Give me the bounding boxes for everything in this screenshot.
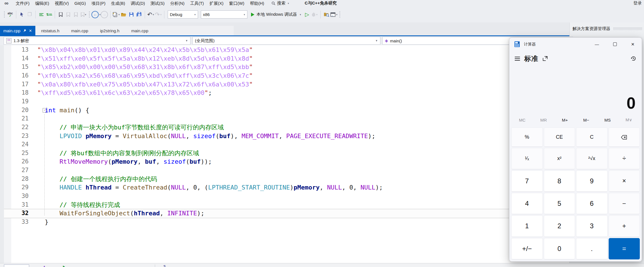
menu-item-1[interactable]: 编辑(E) bbox=[32, 0, 52, 6]
hamburger-menu-icon[interactable] bbox=[515, 56, 520, 62]
memory-add-button[interactable]: M+ bbox=[554, 118, 576, 122]
start-debugging-button[interactable]: 本地 Windows 调试器 ▾ bbox=[251, 12, 301, 17]
digit-2-key[interactable]: 2 bbox=[544, 215, 575, 237]
code-line-13: 13"\x8b\x04\x8b\x01\xd0\x89\x44\x24\x24\… bbox=[0, 45, 569, 54]
undo-button[interactable]: ↶▾ bbox=[147, 10, 155, 19]
reciprocal-key[interactable]: ¹⁄ₓ bbox=[511, 148, 543, 169]
menu-item-10[interactable]: 扩展(X) bbox=[207, 0, 226, 6]
menu-item-0[interactable]: 文件(F) bbox=[13, 0, 32, 6]
find-in-files-button[interactable] bbox=[323, 10, 330, 19]
window-layout-button[interactable]: ⌂ ▾ bbox=[330, 10, 338, 19]
scope-dropdown[interactable]: (全局范围) ▼ bbox=[192, 37, 380, 45]
spell-check-button[interactable]: abc✓ bbox=[6, 10, 14, 19]
tab-label: main.cpp bbox=[71, 28, 88, 33]
digit-5-key[interactable]: 5 bbox=[544, 193, 575, 214]
close-tab-icon[interactable]: ✕ bbox=[29, 29, 32, 33]
subtract-key[interactable]: − bbox=[609, 193, 640, 214]
navigate-backward-button[interactable]: ←▾ bbox=[91, 10, 101, 19]
panel-drag-handle[interactable] bbox=[613, 27, 642, 30]
history-icon[interactable] bbox=[631, 56, 636, 61]
sort-lines-button[interactable]: ⇅ bbox=[45, 10, 53, 19]
bottom-panel-dropdown[interactable] bbox=[4, 264, 29, 267]
tab-main.cpp-4[interactable]: main.cpp bbox=[125, 26, 154, 35]
display-value: 0 bbox=[627, 95, 636, 111]
digit-9-key[interactable]: 9 bbox=[576, 170, 608, 192]
copy-reference-button[interactable]: ❐ bbox=[26, 10, 33, 19]
multiply-key[interactable]: × bbox=[609, 170, 640, 192]
solution-explorer-title: 解决方案资源管理器 bbox=[572, 26, 610, 31]
toolbar-grip[interactable] bbox=[89, 11, 90, 18]
toolbar-overflow-grip[interactable] bbox=[339, 11, 341, 18]
memory-subtract-button[interactable]: M− bbox=[576, 118, 597, 122]
menu-item-3[interactable]: Git(G) bbox=[72, 0, 89, 6]
calculator-titlebar[interactable]: 计算器 — ✕ bbox=[509, 38, 642, 51]
menu-item-7[interactable]: 测试(S) bbox=[148, 0, 167, 6]
digit-1-key[interactable]: 1 bbox=[511, 215, 543, 237]
tab-main.cpp-0[interactable]: main.cpp✕ bbox=[0, 26, 35, 35]
tab-ntstatus.h-1[interactable]: ntstatus.h bbox=[35, 26, 65, 35]
decimal-key[interactable]: . bbox=[576, 238, 608, 259]
tab-ip2string.h-3[interactable]: ip2string.h bbox=[94, 26, 125, 35]
square-key[interactable]: x² bbox=[544, 148, 575, 169]
save-all-button[interactable] bbox=[135, 10, 143, 19]
digit-3-key[interactable]: 3 bbox=[576, 215, 608, 237]
clear-bookmarks-button[interactable]: ▾ bbox=[80, 10, 87, 19]
search-box[interactable]: 搜索 ▾ bbox=[272, 1, 289, 6]
code-editor[interactable]: 13"\x8b\x04\x8b\x01\xd0\x89\x44\x24\x24\… bbox=[0, 45, 569, 263]
menu-item-6[interactable]: 调试(D) bbox=[128, 0, 148, 6]
project-dropdown[interactable]: ⁺⁺ 1.3-解密 ▼ bbox=[4, 37, 190, 45]
digit-7-key[interactable]: 7 bbox=[511, 170, 543, 192]
navigate-forward-button[interactable]: → bbox=[101, 10, 108, 19]
digit-6-key[interactable]: 6 bbox=[576, 193, 608, 214]
backspace-key[interactable] bbox=[609, 127, 640, 147]
add-key[interactable]: + bbox=[609, 215, 640, 237]
start-without-debugging-button[interactable]: ▷ bbox=[303, 10, 311, 19]
toolbar-grip[interactable] bbox=[4, 11, 5, 18]
toggle-bookmark-button[interactable] bbox=[57, 10, 65, 19]
redo-button[interactable]: ↷▾ bbox=[155, 10, 162, 19]
new-project-button[interactable]: ✶ ▾ bbox=[112, 10, 120, 19]
bottom-panel-icon[interactable]: ⇅ bbox=[163, 264, 166, 267]
tab-main.cpp-2[interactable]: main.cpp bbox=[65, 26, 94, 35]
line-list-button[interactable] bbox=[38, 10, 45, 19]
code-line-25: 25// 将buf数组中的内容复制到刚刚分配的内存区域 bbox=[0, 149, 569, 158]
save-button[interactable] bbox=[128, 10, 135, 19]
bottom-panel-icon[interactable]: ▲ bbox=[43, 264, 46, 267]
close-button[interactable]: ✕ bbox=[624, 38, 642, 51]
code-line-20: 20int main() { bbox=[0, 106, 569, 115]
menu-item-2[interactable]: 视图(V) bbox=[52, 0, 72, 6]
maximize-button[interactable] bbox=[606, 38, 624, 51]
hot-reload-button[interactable]: ▾ bbox=[311, 10, 318, 19]
digit-8-key[interactable]: 8 bbox=[544, 170, 575, 192]
negate-key[interactable]: +/− bbox=[511, 238, 543, 259]
memory-store-button[interactable]: MS bbox=[597, 118, 618, 122]
clear-key[interactable]: C bbox=[576, 127, 608, 147]
divide-key[interactable]: ÷ bbox=[609, 148, 640, 169]
menu-item-12[interactable]: 帮助(H) bbox=[247, 0, 267, 6]
equals-key[interactable]: = bbox=[609, 238, 640, 259]
menu-item-8[interactable]: 分析(N) bbox=[167, 0, 187, 6]
sign-in-link[interactable]: 登录 bbox=[633, 1, 642, 6]
menu-item-5[interactable]: 生成(B) bbox=[108, 0, 128, 6]
square-root-key[interactable]: ²√x bbox=[576, 148, 608, 169]
digit-4-key[interactable]: 4 bbox=[511, 193, 543, 214]
menu-item-11[interactable]: 窗口(W) bbox=[226, 0, 247, 6]
next-bookmark-button[interactable] bbox=[72, 10, 80, 19]
previous-bookmark-button[interactable] bbox=[65, 10, 72, 19]
line-number: 23 bbox=[11, 132, 29, 140]
bottom-panel-icon[interactable]: ► bbox=[62, 264, 66, 267]
navigate-pointer-button[interactable] bbox=[18, 10, 26, 19]
percent-key[interactable]: % bbox=[511, 127, 543, 147]
digit-0-key[interactable]: 0 bbox=[544, 238, 575, 259]
solution-platform-dropdown[interactable]: x86▾ bbox=[201, 10, 247, 19]
menu-item-4[interactable]: 项目(P) bbox=[89, 0, 108, 6]
menu-item-9[interactable]: 工具(T) bbox=[187, 0, 207, 6]
pin-icon[interactable] bbox=[23, 29, 26, 32]
solution-configuration-dropdown[interactable]: Debug▾ bbox=[168, 10, 198, 19]
document-tab-bar: main.cpp✕ntstatus.hmain.cppip2string.hma… bbox=[0, 22, 569, 35]
clear-entry-key[interactable]: CE bbox=[544, 127, 575, 147]
open-file-button[interactable] bbox=[120, 10, 128, 19]
minimize-button[interactable]: — bbox=[588, 38, 606, 51]
code-text: int main() { bbox=[37, 106, 89, 115]
keep-on-top-icon[interactable] bbox=[542, 56, 548, 61]
